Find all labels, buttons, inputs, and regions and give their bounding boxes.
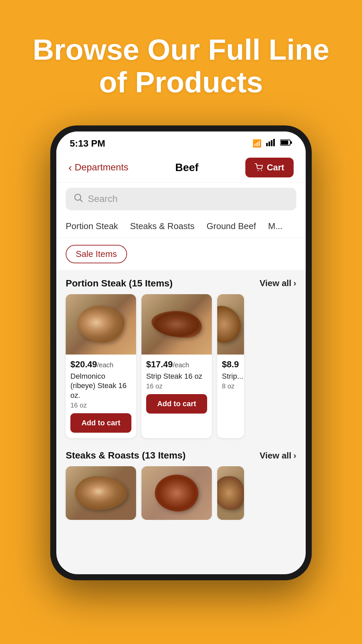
svg-rect-6: [291, 141, 292, 144]
product-size-1: 16 oz: [70, 401, 131, 409]
hero-title: Browse Our Full Line of Products: [0, 34, 362, 99]
sale-badge[interactable]: Sale Items: [66, 245, 127, 263]
product-name-1: Delmonico (ribeye) Steak 16 oz.: [70, 372, 131, 400]
price-value-3: $8.9: [222, 359, 239, 369]
status-time: 5:13 PM: [70, 138, 105, 149]
phone-shell: 5:13 PM 📶: [50, 125, 312, 580]
svg-rect-3: [273, 139, 275, 146]
product-price-3: $8.9: [222, 359, 239, 370]
section-1-view-all[interactable]: View all ›: [259, 278, 296, 288]
signal-icon: [266, 139, 276, 148]
product-image-2: [141, 294, 212, 355]
tab-portion-steak[interactable]: Portion Steak: [66, 221, 118, 238]
add-to-cart-button-2[interactable]: Add to cart: [146, 394, 207, 414]
price-unit-2: /each: [173, 361, 189, 369]
svg-rect-0: [266, 143, 268, 146]
view-all-chevron-icon: ›: [293, 278, 296, 288]
bottom-card-2: [141, 466, 212, 520]
view-all-label: View all: [259, 278, 291, 288]
wifi-icon: 📶: [252, 139, 261, 148]
price-value-2: $17.49: [146, 359, 173, 369]
product-card-1: $20.49/each Delmonico (ribeye) Steak 16 …: [66, 294, 136, 438]
products-row-1: $20.49/each Delmonico (ribeye) Steak 16 …: [56, 294, 306, 445]
bottom-image-1: [66, 466, 136, 520]
svg-point-7: [257, 170, 258, 171]
products-row-2: [56, 466, 306, 520]
section-2-view-all[interactable]: View all ›: [259, 450, 296, 461]
svg-rect-1: [268, 142, 270, 146]
svg-rect-5: [281, 141, 288, 145]
nav-bar: ‹ Departments Beef Cart: [56, 153, 306, 182]
product-image-3: [217, 294, 244, 355]
product-price-1: $20.49/each: [70, 359, 131, 370]
add-to-cart-button-1[interactable]: Add to cart: [70, 413, 131, 433]
product-price-2: $17.49/each: [146, 359, 207, 370]
section-2-title: Steaks & Roasts (13 Items): [66, 450, 186, 461]
product-size-3: 8 oz: [222, 382, 239, 390]
bottom-card-3: [217, 466, 244, 520]
status-bar: 5:13 PM 📶: [56, 131, 306, 153]
section-1-title: Portion Steak (15 Items): [66, 278, 173, 289]
view-all-2-label: View all: [259, 450, 291, 461]
tab-more[interactable]: M...: [268, 221, 283, 238]
price-value-1: $20.49: [70, 359, 97, 369]
tab-ground-beef[interactable]: Ground Beef: [206, 221, 256, 238]
cart-button[interactable]: Cart: [245, 158, 294, 177]
view-all-2-chevron-icon: ›: [293, 450, 296, 461]
bottom-card-1: [66, 466, 136, 520]
sale-badge-label: Sale Items: [76, 249, 117, 259]
product-size-2: 16 oz: [146, 382, 207, 390]
sale-section: Sale Items: [56, 238, 306, 270]
cart-label: Cart: [267, 162, 284, 173]
product-info-2: $17.49/each Strip Steak 16 oz 16 oz Add …: [141, 355, 212, 419]
page-title: Beef: [175, 161, 198, 174]
phone-screen: 5:13 PM 📶: [56, 131, 306, 574]
svg-point-8: [261, 170, 262, 171]
product-info-3: $8.9 Strip... 8 oz: [217, 355, 244, 396]
category-tabs: Portion Steak Steaks & Roasts Ground Bee…: [56, 216, 306, 238]
product-card-2: $17.49/each Strip Steak 16 oz 16 oz Add …: [141, 294, 212, 438]
section-2-header: Steaks & Roasts (13 Items) View all ›: [56, 445, 306, 466]
search-icon: [74, 193, 83, 205]
product-image-1: [66, 294, 136, 355]
product-name-2: Strip Steak 16 oz: [146, 372, 207, 381]
back-button[interactable]: ‹ Departments: [68, 161, 128, 174]
search-container: Search: [56, 182, 306, 216]
status-icons: 📶: [252, 139, 292, 148]
search-input[interactable]: Search: [88, 194, 118, 204]
svg-rect-2: [271, 140, 273, 146]
bottom-image-3: [217, 466, 244, 520]
product-info-1: $20.49/each Delmonico (ribeye) Steak 16 …: [66, 355, 136, 438]
price-unit-1: /each: [97, 361, 114, 369]
back-chevron-icon: ‹: [68, 161, 72, 174]
search-bar[interactable]: Search: [66, 188, 296, 210]
tab-steaks-roasts[interactable]: Steaks & Roasts: [130, 221, 194, 238]
battery-icon: [280, 139, 292, 148]
back-label: Departments: [75, 162, 128, 173]
section-1-header: Portion Steak (15 Items) View all ›: [56, 270, 306, 294]
bottom-image-2: [141, 466, 212, 520]
product-card-3: $8.9 Strip... 8 oz: [217, 294, 244, 438]
product-name-3: Strip...: [222, 372, 239, 381]
